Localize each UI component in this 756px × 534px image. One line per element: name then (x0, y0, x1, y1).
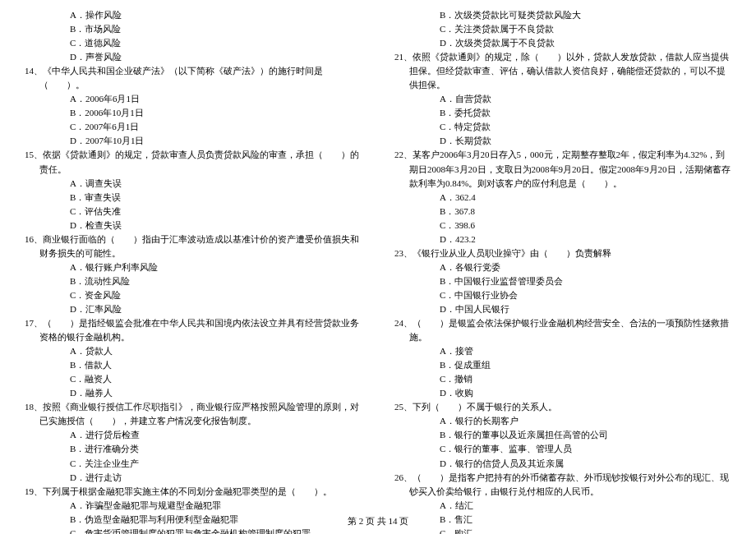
question-18: 18、按照《商业银行授信工作尽职指引》，商业银行应严格按照风险管理的原则，对已实… (25, 400, 362, 428)
option: C．资金风险 (25, 288, 362, 302)
right-column: B．次级类贷款比可疑类贷款风险大 C．关注类贷款属于不良贷款 D．次级类贷款属于… (394, 8, 731, 501)
option: A．诈骗型金融犯罪与规避型金融犯罪 (25, 499, 362, 513)
option: D．2007年10月1日 (25, 134, 362, 148)
option: B．中国银行业监督管理委员会 (394, 274, 731, 288)
option: A．自营贷款 (394, 92, 731, 106)
option: C．2007年6月1日 (25, 120, 362, 134)
option: A．进行贷后检查 (25, 428, 362, 442)
question-21: 21、依照《贷款通则》的规定，除（ ）以外，贷款人发放贷款，借款人应当提供担保。… (394, 50, 731, 92)
question-26: 26、（ ）是指客户把持有的外币储蓄存款、外币现钞按银行对外公布的现汇、现钞买入… (394, 471, 731, 499)
option: C．评估失准 (25, 205, 362, 219)
option: B．市场风险 (25, 22, 362, 36)
option: D．次级类贷款属于不良贷款 (394, 36, 731, 50)
option: C．道德风险 (25, 36, 362, 50)
question-25: 25、下列（ ）不属于银行的关系人。 (394, 400, 731, 414)
option: C．撤销 (394, 372, 731, 386)
option: D．检查失误 (25, 219, 362, 232)
option: B．流动性风险 (25, 274, 362, 288)
option: A．贷款人 (25, 344, 362, 358)
option: B．促成重组 (394, 358, 731, 372)
left-column: A．操作风险 B．市场风险 C．道德风险 D．声誉风险 14、《中华人民共和国企… (25, 8, 362, 501)
option: C．关注企业生产 (25, 457, 362, 471)
question-22: 22、某客户2006年3月20日存入5，000元，定期整存整取2年，假定利率为4… (394, 148, 731, 190)
option: D．长期贷款 (394, 134, 731, 148)
question-16: 16、商业银行面临的（ ）指由于汇率波动造成以基准计价的资产遭受价值损失和财务损… (25, 232, 362, 260)
option: A．银行的长期客户 (394, 414, 731, 428)
option: B．银行的董事以及近亲属担任高管的公司 (394, 428, 731, 442)
option: D．423.2 (394, 232, 731, 246)
option: B．委托贷款 (394, 106, 731, 120)
question-24: 24、（ ）是银监会依法保护银行业金融机构经营安全、合法的一项预防性拯救措施。 (394, 316, 731, 344)
option: A．接管 (394, 344, 731, 358)
option: A．银行账户利率风险 (25, 260, 362, 274)
question-23: 23、《银行业从业人员职业操守》由（ ）负责解释 (394, 246, 731, 260)
option: C．购汇 (394, 527, 731, 534)
option: A．各银行党委 (394, 260, 731, 274)
option: C．融资人 (25, 372, 362, 386)
option: B．2006年10月1日 (25, 106, 362, 120)
option: D．进行走访 (25, 471, 362, 485)
option: A．362.4 (394, 191, 731, 205)
option: A．调查失误 (25, 177, 362, 191)
option: A．2006年6月1日 (25, 92, 362, 106)
option: C．银行的董事、监事、管理人员 (394, 442, 731, 456)
option: B．367.8 (394, 205, 731, 219)
option: B．进行准确分类 (25, 442, 362, 456)
option: B．审查失误 (25, 191, 362, 205)
option: D．融券人 (25, 386, 362, 400)
option: D．中国人民银行 (394, 302, 731, 316)
question-14: 14、《中华人民共和国企业破产法》（以下简称《破产法》）的施行时间是（ ）。 (25, 64, 362, 92)
page-footer: 第 2 页 共 14 页 (0, 515, 756, 527)
question-15: 15、依据《贷款通则》的规定，贷款审查人员负责贷款风险的审查，承担（ ）的责任。 (25, 148, 362, 176)
question-17: 17、（ ）是指经银监会批准在中华人民共和国境内依法设立并具有经营贷款业务资格的… (25, 316, 362, 344)
option: B．次级类贷款比可疑类贷款风险大 (394, 8, 731, 22)
option: C．中国银行业协会 (394, 288, 731, 302)
option: C．危害货币管理制度的犯罪与危害金融机构管理制度的犯罪 (25, 527, 362, 534)
option: D．汇率风险 (25, 302, 362, 316)
option: A．操作风险 (25, 8, 362, 22)
option: D．银行的信贷人员及其近亲属 (394, 457, 731, 471)
option: B．借款人 (25, 358, 362, 372)
option: D．声誉风险 (25, 50, 362, 64)
option: C．398.6 (394, 219, 731, 232)
option: C．关注类贷款属于不良贷款 (394, 22, 731, 36)
option: C．特定贷款 (394, 120, 731, 134)
option: D．收购 (394, 386, 731, 400)
question-19: 19、下列属于根据金融犯罪实施主体的不同划分金融犯罪类型的是（ ）。 (25, 485, 362, 499)
option: A．结汇 (394, 499, 731, 513)
